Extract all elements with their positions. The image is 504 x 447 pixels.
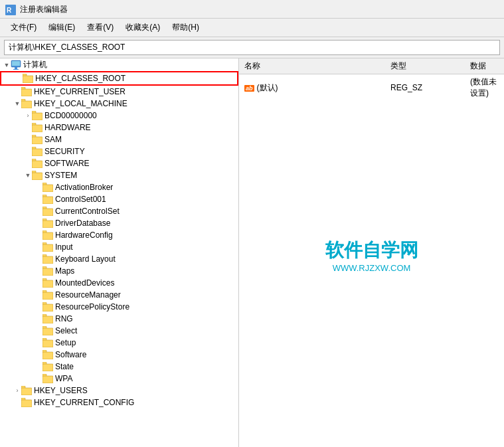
tree-item-hkey_local_machine[interactable]: ▼HKEY_LOCAL_MACHINE xyxy=(0,98,238,110)
main-content: ▼计算机HKEY_CLASSES_ROOTHKEY_CURRENT_USER▼H… xyxy=(0,58,504,447)
tree-label-resourcepolicystore: ResourcePolicyStore xyxy=(55,302,129,312)
tree-label-hardwareconfig: HardwareConfig xyxy=(55,230,113,240)
menu-item[interactable]: 帮助(H) xyxy=(167,21,205,35)
tree-label-sam: SAM xyxy=(44,135,62,144)
row-type: REG_SZ xyxy=(385,83,465,92)
tree-item-wpa[interactable]: WPA xyxy=(0,373,238,385)
expander-hardware[interactable] xyxy=(24,122,32,133)
tree-item-bcd[interactable]: ›BCD00000000 xyxy=(0,110,238,122)
svg-rect-37 xyxy=(42,256,53,264)
svg-rect-41 xyxy=(42,280,53,288)
expander-system[interactable]: ▼ xyxy=(24,170,32,181)
expander-driverdatabase[interactable] xyxy=(35,218,42,228)
expander-security[interactable] xyxy=(24,146,32,157)
expander-mounteddevices[interactable] xyxy=(35,278,42,288)
expander-hardwareconfig[interactable] xyxy=(35,230,42,240)
tree-item-system[interactable]: ▼SYSTEM xyxy=(0,169,238,181)
svg-rect-27 xyxy=(42,197,53,204)
tree-item-hkey_users[interactable]: ›HKEY_USERS xyxy=(0,385,238,397)
svg-rect-29 xyxy=(42,209,53,216)
menu-item[interactable]: 收藏夹(A) xyxy=(120,21,165,35)
tree-item-keyboardlayout[interactable]: Keyboard Layout xyxy=(0,253,238,265)
tree-item-hardwareconfig[interactable]: HardwareConfig xyxy=(0,229,238,241)
expander-maps[interactable] xyxy=(35,266,42,276)
tree-label-resourcemanager: ResourceManager xyxy=(55,290,121,300)
tree-item-hkey_classes_root[interactable]: HKEY_CLASSES_ROOT xyxy=(0,71,238,86)
expander-hkey_current_user[interactable] xyxy=(13,86,21,97)
tree-label-hkey_classes_root: HKEY_CLASSES_ROOT xyxy=(35,74,126,83)
tree-panel[interactable]: ▼计算机HKEY_CLASSES_ROOTHKEY_CURRENT_USER▼H… xyxy=(0,58,239,447)
expander-select[interactable] xyxy=(35,325,42,336)
tree-label-hkey_current_config: HKEY_CURRENT_CONFIG xyxy=(34,398,134,407)
expander-resourcemanager[interactable] xyxy=(35,290,42,300)
table-row[interactable]: ab(默认) REG_SZ (数值未设置) xyxy=(239,74,504,101)
col-header-data: 数据 xyxy=(465,60,504,72)
menu-item[interactable]: 编辑(E) xyxy=(43,21,80,35)
expander-bcd[interactable]: › xyxy=(24,110,32,121)
expander-resourcepolicystore[interactable] xyxy=(35,302,42,312)
expander-hkey_current_config[interactable] xyxy=(13,397,21,408)
svg-rect-33 xyxy=(42,232,53,240)
svg-rect-13 xyxy=(32,113,42,120)
tree-item-sam[interactable]: SAM xyxy=(0,134,238,145)
tree-item-resourcemanager[interactable]: ResourceManager xyxy=(0,289,238,301)
svg-rect-3 xyxy=(12,61,20,66)
expander-rng[interactable] xyxy=(35,313,42,324)
tree-item-maps[interactable]: Maps xyxy=(0,265,238,277)
tree-label-system: SYSTEM xyxy=(44,171,77,180)
tree-item-mounteddevices[interactable]: MountedDevices xyxy=(0,277,238,289)
tree-item-computer[interactable]: ▼计算机 xyxy=(0,58,238,71)
expander-currentcontrolset[interactable] xyxy=(35,206,42,217)
expander-input[interactable] xyxy=(35,242,42,252)
tree-item-controlset001[interactable]: ControlSet001 xyxy=(0,193,238,205)
tree-item-select[interactable]: Select xyxy=(0,325,238,337)
svg-rect-47 xyxy=(42,316,53,323)
svg-rect-11 xyxy=(21,101,32,108)
svg-rect-5 xyxy=(13,69,19,70)
tree-item-software[interactable]: SOFTWARE xyxy=(0,157,238,169)
tree-item-input[interactable]: Input xyxy=(0,241,238,253)
column-header: 名称 类型 数据 xyxy=(239,58,504,74)
tree-item-resourcepolicystore[interactable]: ResourcePolicyStore xyxy=(0,301,238,313)
tree-item-hkey_current_config[interactable]: HKEY_CURRENT_CONFIG xyxy=(0,397,238,408)
svg-rect-55 xyxy=(42,364,53,371)
tree-item-activationbroker[interactable]: ActivationBroker xyxy=(0,181,238,193)
tree-item-rng[interactable]: RNG xyxy=(0,313,238,325)
right-panel: 名称 类型 数据 ab(默认) REG_SZ (数值未设置) 软件自学网 WWW… xyxy=(239,58,504,447)
svg-rect-17 xyxy=(32,137,42,144)
expander-wpa[interactable] xyxy=(35,373,42,384)
expander-software2[interactable] xyxy=(35,349,42,360)
tree-item-currentcontrolset[interactable]: CurrentControlSet xyxy=(0,205,238,217)
tree-item-hkey_current_user[interactable]: HKEY_CURRENT_USER xyxy=(0,86,238,98)
expander-hkey_local_machine[interactable]: ▼ xyxy=(13,98,21,109)
expander-software[interactable] xyxy=(24,158,32,169)
expander-keyboardlayout[interactable] xyxy=(35,254,42,264)
menu-item[interactable]: 查看(V) xyxy=(82,21,119,35)
tree-item-software2[interactable]: Software xyxy=(0,349,238,361)
expander-computer[interactable]: ▼ xyxy=(3,60,11,70)
svg-rect-43 xyxy=(42,292,53,300)
svg-rect-25 xyxy=(42,185,53,192)
tree-label-software2: Software xyxy=(55,350,86,359)
expander-hkey_classes_root[interactable] xyxy=(15,73,23,84)
expander-setup[interactable] xyxy=(35,337,42,348)
tree-label-currentcontrolset: CurrentControlSet xyxy=(55,207,120,216)
expander-state[interactable] xyxy=(35,361,42,372)
tree-item-security[interactable]: SECURITY xyxy=(0,145,238,157)
expander-hkey_users[interactable]: › xyxy=(13,385,21,396)
expander-sam[interactable] xyxy=(24,134,32,145)
tree-label-activationbroker: ActivationBroker xyxy=(55,183,113,192)
tree-item-driverdatabase[interactable]: DriverDatabase xyxy=(0,217,238,229)
svg-rect-9 xyxy=(21,89,32,96)
tree-label-security: SECURITY xyxy=(44,147,85,156)
expander-controlset001[interactable] xyxy=(35,194,42,205)
expander-activationbroker[interactable] xyxy=(35,182,42,193)
svg-rect-59 xyxy=(21,388,32,395)
registry-editor-icon: R xyxy=(5,5,16,15)
tree-item-hardware[interactable]: HARDWARE xyxy=(0,122,238,134)
menu-bar: 文件(F)编辑(E)查看(V)收藏夹(A)帮助(H) xyxy=(0,19,504,37)
tree-item-setup[interactable]: Setup xyxy=(0,337,238,349)
tree-label-hardware: HARDWARE xyxy=(44,123,91,132)
menu-item[interactable]: 文件(F) xyxy=(5,21,42,35)
tree-item-state[interactable]: State xyxy=(0,361,238,373)
